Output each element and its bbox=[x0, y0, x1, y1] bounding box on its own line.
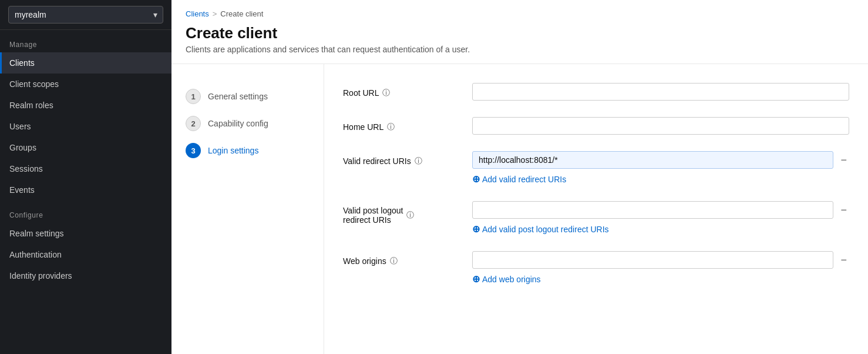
step-1-label: General settings bbox=[208, 92, 268, 101]
page-header: Create client Clients are applications a… bbox=[171, 18, 868, 64]
remove-redirect-uri-0[interactable]: − bbox=[838, 154, 849, 166]
home-url-label: Home URL ⓘ bbox=[343, 117, 472, 132]
sidebar: myrealm Manage Clients Client scopes Rea… bbox=[0, 0, 171, 354]
main-content: Clients > Create client Create client Cl… bbox=[171, 0, 868, 354]
step-3-number: 3 bbox=[186, 143, 201, 158]
step-3-label: Login settings bbox=[208, 146, 258, 155]
wizard-step-3[interactable]: 3 Login settings bbox=[186, 137, 309, 164]
page-subtitle: Clients are applications and services th… bbox=[186, 45, 854, 54]
add-web-origins-link[interactable]: ⊕ Add web origins bbox=[472, 273, 849, 285]
step-1-number: 1 bbox=[186, 89, 201, 104]
home-url-field: Home URL ⓘ bbox=[343, 117, 849, 135]
plus-icon-3: ⊕ bbox=[472, 273, 480, 285]
valid-post-logout-field: Valid post logoutredirect URIs ⓘ − ⊕ Add… bbox=[343, 201, 849, 235]
home-url-help-icon[interactable]: ⓘ bbox=[387, 122, 395, 132]
add-post-logout-redirect-uri-link[interactable]: ⊕ Add valid post logout redirect URIs bbox=[472, 223, 849, 235]
realm-selector[interactable]: myrealm bbox=[0, 0, 171, 30]
realm-dropdown[interactable]: myrealm bbox=[8, 6, 163, 24]
wizard-steps-panel: 1 General settings 2 Capability config 3… bbox=[171, 64, 324, 354]
step-2-number: 2 bbox=[186, 116, 201, 131]
sidebar-item-clients[interactable]: Clients bbox=[0, 52, 171, 74]
root-url-input[interactable] bbox=[472, 83, 849, 101]
root-url-input-area bbox=[472, 83, 849, 101]
valid-redirect-uris-input-area: − ⊕ Add valid redirect URIs bbox=[472, 151, 849, 185]
valid-post-logout-label: Valid post logoutredirect URIs ⓘ bbox=[343, 201, 472, 225]
root-url-label: Root URL ⓘ bbox=[343, 83, 472, 98]
login-settings-form: Root URL ⓘ Home URL ⓘ bbox=[324, 64, 868, 354]
sidebar-item-authentication[interactable]: Authentication bbox=[0, 244, 171, 265]
step-2-label: Capability config bbox=[208, 119, 268, 128]
web-origins-input-area: − ⊕ Add web origins bbox=[472, 251, 849, 285]
sidebar-item-realm-roles[interactable]: Realm roles bbox=[0, 95, 171, 116]
sidebar-item-events[interactable]: Events bbox=[0, 179, 171, 201]
root-url-input-row bbox=[472, 83, 849, 101]
root-url-field: Root URL ⓘ bbox=[343, 83, 849, 101]
sidebar-item-identity-providers[interactable]: Identity providers bbox=[0, 265, 171, 286]
web-origins-help-icon[interactable]: ⓘ bbox=[390, 256, 398, 266]
root-url-help-icon[interactable]: ⓘ bbox=[382, 88, 390, 98]
remove-web-origin-0[interactable]: − bbox=[838, 254, 849, 266]
plus-icon-2: ⊕ bbox=[472, 223, 480, 235]
sidebar-item-users[interactable]: Users bbox=[0, 116, 171, 137]
home-url-input-row bbox=[472, 117, 849, 135]
configure-section-label: Configure bbox=[0, 201, 171, 223]
valid-post-logout-input-0[interactable] bbox=[472, 201, 833, 219]
wizard-step-2[interactable]: 2 Capability config bbox=[186, 110, 309, 137]
valid-redirect-uris-row-0: − bbox=[472, 151, 849, 169]
remove-post-logout-uri-0[interactable]: − bbox=[838, 204, 849, 216]
valid-post-logout-row-0: − bbox=[472, 201, 849, 219]
valid-post-logout-input-area: − ⊕ Add valid post logout redirect URIs bbox=[472, 201, 849, 235]
valid-redirect-uri-input-0[interactable] bbox=[472, 151, 833, 169]
valid-redirect-uris-field: Valid redirect URIs ⓘ − ⊕ Add valid redi… bbox=[343, 151, 849, 185]
home-url-input[interactable] bbox=[472, 117, 849, 135]
web-origins-field: Web origins ⓘ − ⊕ Add web origins bbox=[343, 251, 849, 285]
breadcrumb-separator: > bbox=[213, 9, 217, 18]
add-valid-redirect-uri-link[interactable]: ⊕ Add valid redirect URIs bbox=[472, 173, 849, 185]
plus-icon: ⊕ bbox=[472, 173, 480, 185]
valid-redirect-uris-label: Valid redirect URIs ⓘ bbox=[343, 151, 472, 166]
sidebar-item-groups[interactable]: Groups bbox=[0, 137, 171, 158]
breadcrumb-current: Create client bbox=[220, 9, 263, 18]
web-origins-input-0[interactable] bbox=[472, 251, 833, 269]
sidebar-item-realm-settings[interactable]: Realm settings bbox=[0, 223, 171, 244]
sidebar-item-sessions[interactable]: Sessions bbox=[0, 158, 171, 179]
breadcrumb: Clients > Create client bbox=[171, 0, 868, 18]
valid-post-logout-help-icon[interactable]: ⓘ bbox=[406, 210, 414, 221]
valid-redirect-uris-help-icon[interactable]: ⓘ bbox=[415, 156, 422, 166]
manage-section-label: Manage bbox=[0, 30, 171, 52]
breadcrumb-clients-link[interactable]: Clients bbox=[186, 9, 209, 18]
wizard-content: 1 General settings 2 Capability config 3… bbox=[171, 64, 868, 354]
web-origins-label: Web origins ⓘ bbox=[343, 251, 472, 266]
page-title: Create client bbox=[186, 24, 854, 42]
wizard-step-1[interactable]: 1 General settings bbox=[186, 83, 309, 110]
web-origins-row-0: − bbox=[472, 251, 849, 269]
home-url-input-area bbox=[472, 117, 849, 135]
sidebar-item-client-scopes[interactable]: Client scopes bbox=[0, 74, 171, 95]
